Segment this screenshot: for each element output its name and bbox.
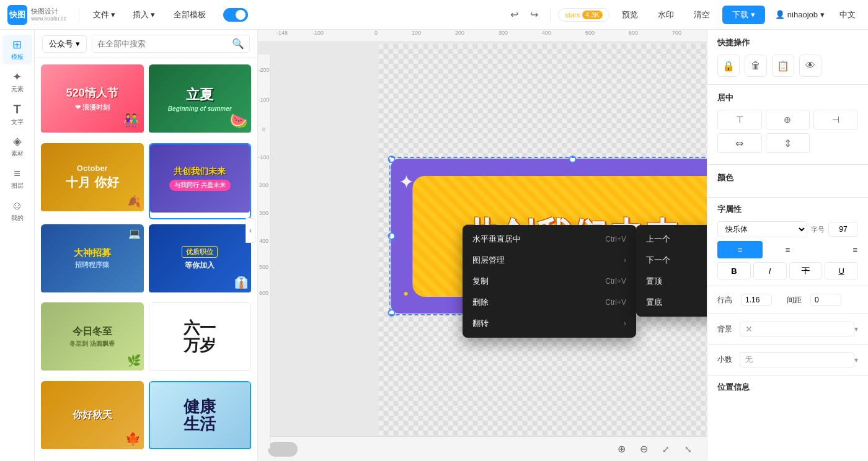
sidebar-item-templates[interactable]: ⊞ 模板 [2, 35, 32, 64]
file-menu-btn[interactable]: 文件 ▾ [87, 7, 122, 23]
text-align-right-btn[interactable]: ≡ [813, 241, 858, 258]
all-templates-btn[interactable]: 全部模板 [166, 7, 213, 23]
ctx-copy[interactable]: 复制 Ctrl+V [463, 271, 636, 292]
template-card-t6[interactable]: 优质职位 等你加入 👔 [149, 224, 252, 298]
text-align-row: ≡ ≡ ≡ [717, 241, 858, 258]
template-card-t1[interactable]: 520情人节 ❤ 浪漫时刻 👫 [41, 64, 144, 138]
zoom-out-btn[interactable]: ⊖ [635, 441, 652, 458]
icon-sidebar: ⊞ 模板 ✦ 元素 T 文字 ◈ 素材 ≡ 图层 ☺ 我的 [0, 30, 35, 461]
chevron-icon: ▾ [76, 39, 80, 48]
preview-btn[interactable]: 预览 [614, 7, 645, 23]
sidebar-item-text[interactable]: T 文字 [2, 99, 32, 129]
sidebar-item-label: 元素 [11, 85, 24, 94]
font-size-input[interactable] [828, 222, 858, 237]
chevron-icon: ▾ [751, 10, 755, 19]
logo: 快图 快图设计 www.kuaitu.cc [7, 5, 66, 25]
zoom-in-btn[interactable]: ⊕ [613, 441, 630, 458]
strikethrough-btn[interactable]: 下 [789, 262, 823, 279]
decimal-dropdown-arrow[interactable]: ▾ [854, 356, 858, 364]
text-align-center-btn[interactable]: ≡ [765, 241, 810, 258]
template-card-t10[interactable]: 健康生活 [149, 381, 252, 455]
watermark-btn[interactable]: 水印 [650, 7, 681, 23]
font-family-row: 快乐体 字号 [717, 221, 858, 237]
search-box: 🔍 [92, 35, 250, 53]
ctx-delete-shortcut: Ctrl+V [605, 298, 626, 307]
download-btn[interactable]: 下载 ▾ [722, 6, 765, 24]
template-card-t7[interactable]: 今日冬至 冬至到 汤圆飘香 🌿 [41, 302, 144, 376]
ctx-sub-bottom[interactable]: 置底 key [636, 292, 707, 313]
search-icon: 🔍 [232, 38, 244, 50]
align-center-top-btn[interactable]: ⊕ [766, 110, 810, 130]
template-card-t4[interactable]: 共创我们未来 与我同行 共盈未来 [149, 143, 252, 219]
type-selector[interactable]: 公众号 ▾ [42, 35, 87, 53]
template-card-t9[interactable]: 你好秋天 🍁 [41, 381, 144, 455]
font-family-select[interactable]: 快乐体 [717, 221, 807, 237]
mode-toggle[interactable] [223, 8, 248, 22]
spacing-input[interactable] [810, 294, 841, 306]
text-icon: T [13, 102, 20, 116]
clear-btn[interactable]: 清空 [686, 7, 717, 23]
sidebar-item-label: 我的 [11, 214, 24, 222]
bg-x-icon: ✕ [745, 324, 753, 334]
sidebar-item-layers[interactable]: ≡ 图层 [2, 164, 32, 193]
pos-title: 位置信息 [717, 382, 858, 393]
undo-btn[interactable]: ↩ [505, 6, 523, 24]
fit-btn[interactable]: ⤢ [657, 441, 675, 458]
chevron-icon: ▾ [151, 10, 155, 19]
lang-btn[interactable]: 中文 [835, 7, 861, 23]
template-card-t5[interactable]: 大神招募 招聘程序猿 💻 [41, 224, 144, 298]
context-menu: 水平垂直居中 Ctrl+V 图层管理 › 上一个 key [463, 225, 636, 338]
user-menu[interactable]: 👤 nihaojob ▾ [770, 7, 830, 22]
template-card-t8[interactable]: 六一万岁 [149, 302, 252, 376]
topbar: 快图 快图设计 www.kuaitu.cc 文件 ▾ 插入 ▾ 全部模板 ↩ ↪… [0, 0, 868, 30]
color-title: 颜色 [717, 172, 858, 183]
search-input[interactable] [97, 39, 228, 48]
expand-btn[interactable]: ⤡ [680, 441, 697, 458]
text-align-left-btn[interactable]: ≡ [717, 241, 763, 258]
align-left-top-btn[interactable]: ⊤ [717, 110, 762, 130]
font-props-title: 字属性 [717, 204, 858, 215]
underline-btn[interactable]: U [825, 262, 858, 279]
sidebar-item-materials[interactable]: ◈ 素材 [2, 131, 32, 161]
bg-dropdown-arrow[interactable]: ▾ [854, 325, 858, 333]
sidebar-item-label: 素材 [11, 149, 24, 158]
ruler-vertical: -200 -100 0 -100 200 300 400 500 600 [258, 55, 270, 449]
italic-btn[interactable]: I [753, 262, 787, 279]
align-v-center-btn[interactable]: ⇕ [766, 133, 810, 153]
elements-icon: ✦ [12, 70, 22, 84]
ctx-sub-top[interactable]: 置顶 key [636, 271, 707, 292]
sidebar-item-mine[interactable]: ☺ 我的 [2, 196, 32, 226]
align-title: 居中 [717, 92, 858, 103]
align-h-center-btn[interactable]: ⇔ [717, 133, 762, 153]
line-height-input[interactable] [741, 294, 772, 306]
ctx-align[interactable]: 水平垂直居中 Ctrl+V [463, 229, 636, 250]
ruler-horizontal: -148 -100 0 100 200 300 400 500 600 700 … [258, 30, 707, 42]
ctx-align-shortcut: Ctrl+V [605, 235, 626, 244]
delete-btn[interactable]: 🗑 [745, 55, 767, 77]
line-height-label: 行高 [717, 295, 736, 305]
bold-btn[interactable]: B [717, 262, 751, 279]
ctx-sub-up[interactable]: 上一个 key [636, 229, 707, 250]
template-card-t2[interactable]: 立夏 Beginning of summer 🍉 [149, 64, 252, 138]
redo-btn[interactable]: ↪ [525, 6, 542, 24]
page-toggle[interactable] [268, 442, 298, 457]
panel-collapse-arrow[interactable]: ‹ [246, 218, 255, 243]
ctx-rotate[interactable]: 翻转 › [463, 313, 636, 334]
text-style-row: B I 下 U [717, 262, 858, 279]
ctx-layers[interactable]: 图层管理 › 上一个 key 下一个 key [463, 250, 636, 271]
template-card-t3[interactable]: October 十月 你好 🍂 [41, 143, 144, 219]
ctx-copy-label: 复制 [472, 276, 489, 287]
copy-quick-btn[interactable]: 📋 [772, 55, 794, 77]
align-right-top-btn[interactable]: ⊣ [813, 110, 858, 130]
insert-menu-btn[interactable]: 插入 ▾ [126, 7, 161, 23]
stars-count: 4.3K [582, 11, 603, 19]
quick-ops-section: 快捷操作 🔒 🗑 📋 👁 [707, 30, 868, 85]
lock-btn[interactable]: 🔒 [717, 55, 740, 77]
ctx-delete[interactable]: 删除 Ctrl+V [463, 292, 636, 313]
chevron-icon: ▾ [111, 10, 115, 19]
sidebar-item-elements[interactable]: ✦ 元素 [2, 67, 32, 97]
align-grid-bottom: ⇔ ⇕ [717, 133, 858, 153]
canvas-wrapper[interactable]: ✦ ✦ ● ● 共创我们未来 [283, 42, 707, 436]
ctx-sub-down[interactable]: 下一个 key [636, 250, 707, 271]
visible-btn[interactable]: 👁 [799, 55, 822, 77]
